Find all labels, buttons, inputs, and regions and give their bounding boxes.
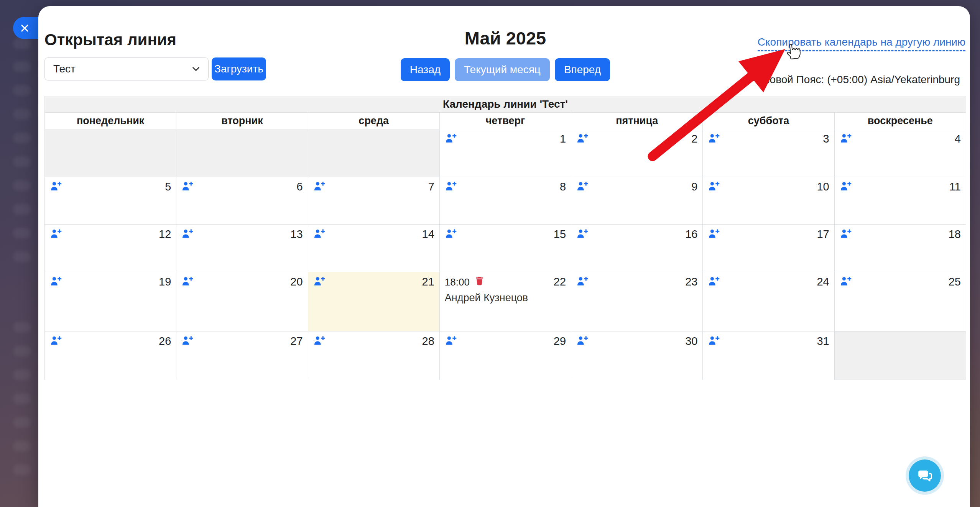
person-add-icon bbox=[313, 228, 326, 240]
calendar-day-cell[interactable]: 11 bbox=[834, 177, 966, 225]
chat-widget-button[interactable] bbox=[906, 456, 944, 495]
add-person-button[interactable] bbox=[445, 133, 457, 144]
calendar-day-cell[interactable]: 2218:00Андрей Кузнецов bbox=[439, 272, 571, 331]
add-person-button[interactable] bbox=[50, 276, 62, 287]
add-person-button[interactable] bbox=[576, 228, 589, 240]
add-person-button[interactable] bbox=[576, 133, 589, 144]
add-person-button[interactable] bbox=[313, 335, 326, 347]
calendar-day-cell[interactable]: 30 bbox=[571, 331, 703, 380]
blurred-sidebar-item bbox=[13, 393, 31, 404]
copy-calendar-link[interactable]: Скопировать календарь на другую линию bbox=[758, 36, 965, 51]
add-person-button[interactable] bbox=[181, 228, 194, 240]
calendar-table: Календарь линии 'Тест'понедельниквторник… bbox=[44, 96, 966, 380]
add-person-button[interactable] bbox=[708, 276, 720, 287]
calendar-day-cell[interactable]: 3 bbox=[703, 129, 834, 177]
add-person-button[interactable] bbox=[576, 335, 589, 347]
person-add-icon bbox=[708, 276, 720, 287]
day-number: 19 bbox=[159, 276, 171, 288]
day-number: 30 bbox=[685, 335, 697, 348]
day-number: 10 bbox=[817, 180, 829, 193]
calendar-day-cell[interactable]: 6 bbox=[176, 177, 308, 225]
calendar-day-cell[interactable]: 14 bbox=[308, 225, 439, 272]
calendar-day-cell[interactable]: 20 bbox=[176, 272, 308, 331]
calendar-day-cell[interactable]: 24 bbox=[703, 272, 834, 331]
add-person-button[interactable] bbox=[840, 228, 852, 240]
calendar-day-cell[interactable]: 1 bbox=[439, 129, 571, 177]
add-person-button[interactable] bbox=[313, 228, 326, 240]
add-person-button[interactable] bbox=[50, 335, 62, 347]
add-person-button[interactable] bbox=[445, 335, 457, 347]
person-add-icon bbox=[840, 228, 852, 240]
add-person-button[interactable] bbox=[840, 133, 852, 144]
weekday-header: среда bbox=[308, 113, 439, 129]
calendar-day-cell[interactable]: 8 bbox=[439, 177, 571, 225]
calendar-day-cell[interactable]: 25 bbox=[834, 272, 966, 331]
add-person-button[interactable] bbox=[576, 180, 589, 192]
add-person-button[interactable] bbox=[50, 180, 62, 192]
calendar-day-cell[interactable]: 28 bbox=[308, 331, 439, 380]
add-person-button[interactable] bbox=[313, 276, 326, 287]
prev-month-button[interactable]: Назад bbox=[401, 58, 450, 81]
calendar-day-cell[interactable]: 5 bbox=[45, 177, 176, 225]
calendar-day-cell[interactable]: 16 bbox=[571, 225, 703, 272]
add-person-button[interactable] bbox=[50, 228, 62, 240]
blurred-sidebar-item bbox=[13, 180, 31, 191]
add-person-button[interactable] bbox=[708, 335, 720, 347]
person-add-icon bbox=[50, 180, 62, 192]
calendar-day-cell[interactable]: 21 bbox=[308, 272, 439, 331]
day-number: 2 bbox=[691, 133, 697, 145]
add-person-button[interactable] bbox=[840, 180, 852, 192]
day-number: 14 bbox=[422, 228, 434, 241]
calendar-day-cell[interactable]: 9 bbox=[571, 177, 703, 225]
add-person-button[interactable] bbox=[181, 276, 194, 287]
person-add-icon bbox=[313, 180, 326, 192]
calendar-day-cell[interactable]: 10 bbox=[703, 177, 834, 225]
day-number: 31 bbox=[817, 335, 829, 348]
add-person-button[interactable] bbox=[313, 180, 326, 192]
day-number: 20 bbox=[290, 276, 303, 288]
calendar-day-cell[interactable]: 17 bbox=[703, 225, 834, 272]
day-number: 18 bbox=[949, 228, 961, 241]
calendar-day-cell[interactable]: 15 bbox=[439, 225, 571, 272]
calendar-day-cell[interactable]: 27 bbox=[176, 331, 308, 380]
person-add-icon bbox=[576, 133, 589, 144]
trash-icon[interactable] bbox=[474, 275, 485, 286]
calendar-day-cell[interactable]: 29 bbox=[439, 331, 571, 380]
person-add-icon bbox=[445, 335, 457, 347]
calendar-day-cell[interactable]: 31 bbox=[703, 331, 834, 380]
calendar-day-cell[interactable]: 2 bbox=[571, 129, 703, 177]
calendar-day-cell[interactable]: 7 bbox=[308, 177, 439, 225]
next-month-button[interactable]: Вперед bbox=[555, 58, 610, 81]
add-person-button[interactable] bbox=[708, 133, 720, 144]
calendar-day-cell[interactable]: 18 bbox=[834, 225, 966, 272]
blurred-sidebar-item bbox=[13, 441, 31, 451]
calendar-empty-cell bbox=[45, 129, 176, 177]
person-add-icon bbox=[445, 228, 457, 240]
day-number: 11 bbox=[949, 180, 961, 193]
calendar-day-cell[interactable]: 13 bbox=[176, 225, 308, 272]
add-person-button[interactable] bbox=[445, 228, 457, 240]
person-add-icon bbox=[50, 335, 62, 347]
calendar-day-cell[interactable]: 12 bbox=[45, 225, 176, 272]
add-person-button[interactable] bbox=[181, 180, 194, 192]
person-add-icon bbox=[708, 335, 720, 347]
add-person-button[interactable] bbox=[576, 276, 589, 287]
delete-event-button[interactable] bbox=[474, 275, 485, 289]
add-person-button[interactable] bbox=[181, 335, 194, 347]
add-person-button[interactable] bbox=[708, 180, 720, 192]
blurred-sidebar-item bbox=[13, 156, 31, 167]
calendar-day-cell[interactable]: 19 bbox=[45, 272, 176, 331]
person-add-icon bbox=[840, 276, 852, 287]
person-add-icon bbox=[708, 228, 720, 240]
calendar-day-cell[interactable]: 26 bbox=[45, 331, 176, 380]
weekday-header: пятница bbox=[571, 113, 703, 129]
weekday-header: воскресенье bbox=[834, 113, 966, 129]
current-month-button[interactable]: Текущий месяц bbox=[455, 58, 550, 81]
day-number: 28 bbox=[422, 335, 434, 348]
add-person-button[interactable] bbox=[840, 276, 852, 287]
calendar-day-cell[interactable]: 4 bbox=[834, 129, 966, 177]
calendar-empty-cell bbox=[176, 129, 308, 177]
add-person-button[interactable] bbox=[445, 180, 457, 192]
calendar-day-cell[interactable]: 23 bbox=[571, 272, 703, 331]
add-person-button[interactable] bbox=[708, 228, 720, 240]
